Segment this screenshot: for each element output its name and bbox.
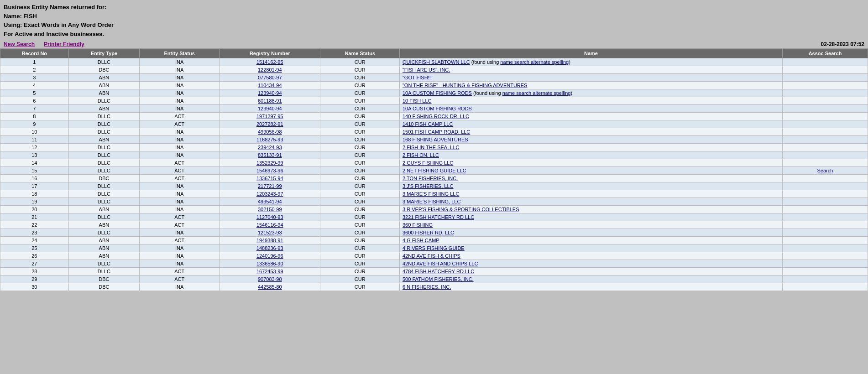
cell-record-no: 17 — [0, 182, 69, 190]
cell-name-status: CUR — [320, 144, 400, 151]
cell-assoc-search — [783, 58, 868, 66]
cell-record-no: 18 — [0, 190, 69, 198]
table-row: 13DLLCINA835133-91CUR2 FISH ON, LLC — [0, 151, 868, 159]
cell-registry-number[interactable]: 1336586-90 — [220, 260, 320, 268]
cell-registry-number[interactable]: 1546973-96 — [220, 167, 320, 175]
cell-registry-number[interactable]: 077580-97 — [220, 74, 320, 82]
cell-registry-number[interactable]: 110434-94 — [220, 82, 320, 89]
cell-registry-number[interactable]: 835133-91 — [220, 151, 320, 159]
cell-assoc-search — [783, 105, 868, 113]
cell-name[interactable]: 3 J'S FISHERIES, LLC — [399, 182, 782, 190]
cell-registry-number[interactable]: 123940-94 — [220, 89, 320, 97]
cell-name[interactable]: 10A CUSTOM FISHING RODS — [399, 105, 782, 113]
cell-assoc-search — [783, 97, 868, 105]
cell-registry-number[interactable]: 493541-94 — [220, 198, 320, 206]
cell-record-no: 15 — [0, 167, 69, 175]
cell-name-status: CUR — [320, 252, 400, 260]
cell-assoc-search — [783, 206, 868, 213]
cell-registry-number[interactable]: 1514162-95 — [220, 58, 320, 66]
cell-registry-number[interactable]: 1203243-97 — [220, 190, 320, 198]
cell-name-status: CUR — [320, 97, 400, 105]
cell-entity-status: INA — [140, 105, 220, 113]
cell-name[interactable]: 4 G FISH CAMP — [399, 237, 782, 244]
printer-friendly-link[interactable]: Printer Friendly — [44, 41, 84, 47]
cell-name[interactable]: 4 RIVERS FISHING GUIDE — [399, 244, 782, 252]
cell-name-status: CUR — [320, 74, 400, 82]
cell-name[interactable]: 2 TON FISHERIES, INC. — [399, 175, 782, 182]
cell-name[interactable]: 42ND AVE FISH & CHIPS — [399, 252, 782, 260]
cell-record-no: 21 — [0, 213, 69, 221]
cell-name[interactable]: 1501 FISH CAMP ROAD, LLC — [399, 128, 782, 136]
cell-entity-status: INA — [140, 190, 220, 198]
table-row: 29DBCACT907083-98CUR500 FATHOM FISHERIES… — [0, 275, 868, 283]
cell-registry-number[interactable]: 601188-91 — [220, 97, 320, 105]
table-row: 17DLLCINA217721-99CUR3 J'S FISHERIES, LL… — [0, 182, 868, 190]
cell-name-status: CUR — [320, 198, 400, 206]
table-row: 18DLLCINA1203243-97CUR3 MARIE'S FISHING … — [0, 190, 868, 198]
cell-entity-type: ABN — [68, 74, 140, 82]
cell-entity-type: ABN — [68, 136, 140, 144]
cell-registry-number[interactable]: 1488236-93 — [220, 244, 320, 252]
cell-assoc-search — [783, 175, 868, 182]
cell-name[interactable]: QUICKFISH SLABTOWN LLC (found using name… — [399, 58, 782, 66]
cell-name[interactable]: 3 MARIE'S FISHING, LLC — [399, 198, 782, 206]
cell-name[interactable]: 3221 FISH HATCHERY RD LLC — [399, 213, 782, 221]
cell-name[interactable]: 4784 FISH HATCHERY RD LLC — [399, 268, 782, 275]
cell-name[interactable]: "ON THE RISE" - HUNTING & FISHING ADVENT… — [399, 82, 782, 89]
cell-name[interactable]: 2 NET FISHING GUIDE LLC — [399, 167, 782, 175]
title-line2: Name: FISH — [4, 12, 864, 21]
cell-registry-number[interactable]: 1352329-99 — [220, 159, 320, 167]
cell-name[interactable]: 10 FISH LLC — [399, 97, 782, 105]
cell-registry-number[interactable]: 1546116-94 — [220, 221, 320, 229]
cell-name[interactable]: 1410 FISH CAMP LLC — [399, 120, 782, 128]
cell-entity-type: DLLC — [68, 128, 140, 136]
cell-name[interactable]: 2 FISH IN THE SEA, LLC — [399, 144, 782, 151]
cell-assoc-search — [783, 89, 868, 97]
table-row: 23DLLCINA121523-93CUR3600 FISHER RD, LLC — [0, 229, 868, 237]
cell-registry-number[interactable]: 239424-93 — [220, 144, 320, 151]
cell-registry-number[interactable]: 2027282-91 — [220, 120, 320, 128]
cell-registry-number[interactable]: 499056-98 — [220, 128, 320, 136]
cell-name[interactable]: "FISH ARE US", INC. — [399, 66, 782, 74]
cell-registry-number[interactable]: 1168275-93 — [220, 136, 320, 144]
cell-name-status: CUR — [320, 190, 400, 198]
cell-registry-number[interactable]: 907083-98 — [220, 275, 320, 283]
cell-registry-number[interactable]: 1240196-96 — [220, 252, 320, 260]
cell-entity-type: DLLC — [68, 190, 140, 198]
cell-assoc-search — [783, 182, 868, 190]
cell-name-status: CUR — [320, 221, 400, 229]
cell-name-status: CUR — [320, 82, 400, 89]
cell-registry-number[interactable]: 302150-99 — [220, 206, 320, 213]
cell-registry-number[interactable]: 121523-93 — [220, 229, 320, 237]
cell-name[interactable]: 6 N FISHERIES, INC. — [399, 283, 782, 291]
cell-name[interactable]: 3 RIVER'S FISHING & SPORTING COLLECTIBLE… — [399, 206, 782, 213]
cell-name[interactable]: 3 MARIE'S FISHING LLC — [399, 190, 782, 198]
cell-registry-number[interactable]: 442585-80 — [220, 283, 320, 291]
cell-name[interactable]: 168 FISHING ADVENTURES — [399, 136, 782, 144]
cell-name[interactable]: 10A CUSTOM FISHING RODS (found using nam… — [399, 89, 782, 97]
cell-name[interactable]: 2 GUYS FISHING LLC — [399, 159, 782, 167]
cell-registry-number[interactable]: 217721-99 — [220, 182, 320, 190]
cell-name[interactable]: 360 FISHING — [399, 221, 782, 229]
new-search-link[interactable]: New Search — [4, 41, 35, 47]
cell-registry-number[interactable]: 1949388-91 — [220, 237, 320, 244]
cell-name-status: CUR — [320, 275, 400, 283]
cell-registry-number[interactable]: 123940-94 — [220, 105, 320, 113]
cell-name[interactable]: 140 FISHING ROCK DR, LLC — [399, 113, 782, 120]
cell-name-status: CUR — [320, 128, 400, 136]
cell-name-status: CUR — [320, 66, 400, 74]
cell-registry-number[interactable]: 122801-94 — [220, 66, 320, 74]
cell-name[interactable]: 42ND AVE FISH AND CHIPS LLC — [399, 260, 782, 268]
cell-registry-number[interactable]: 1127040-93 — [220, 213, 320, 221]
cell-entity-status: INA — [140, 89, 220, 97]
cell-registry-number[interactable]: 1336715-94 — [220, 175, 320, 182]
cell-name[interactable]: 2 FISH ON, LLC — [399, 151, 782, 159]
cell-assoc-search[interactable]: Search — [783, 167, 868, 175]
cell-name[interactable]: 3600 FISHER RD, LLC — [399, 229, 782, 237]
cell-entity-status: INA — [140, 82, 220, 89]
cell-name[interactable]: 500 FATHOM FISHERIES, INC. — [399, 275, 782, 283]
cell-name[interactable]: "GOT FISH!!" — [399, 74, 782, 82]
cell-registry-number[interactable]: 1971297-95 — [220, 113, 320, 120]
cell-record-no: 30 — [0, 283, 69, 291]
cell-registry-number[interactable]: 1672453-99 — [220, 268, 320, 275]
